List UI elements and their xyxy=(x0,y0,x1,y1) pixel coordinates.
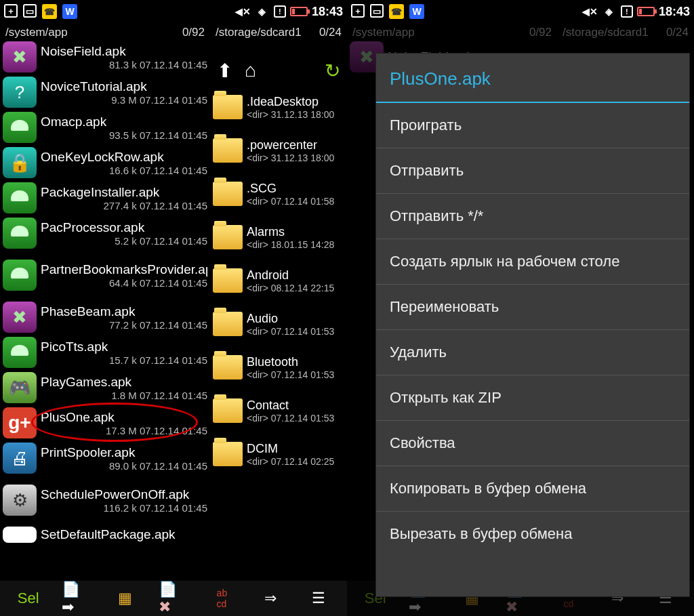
file-meta: 93.5 k 07.12.14 01:45 xyxy=(41,129,207,141)
status-picture-icon: ▭ xyxy=(23,4,37,18)
folder-name: Audio xyxy=(247,312,344,326)
status-plus-icon: + xyxy=(351,4,365,18)
refresh-icon[interactable]: ↻ xyxy=(325,60,340,82)
status-warning-icon: ! xyxy=(621,5,633,18)
pane-storage: /storage/sdcard1 0/24 ⬆ ⌂ ↻ .IdeaDesktop… xyxy=(210,23,347,581)
file-row[interactable]: ✖PhaseBeam.apk77.2 k 07.12.14 01:45 xyxy=(0,300,210,335)
folder-row[interactable]: DCIM<dir> 07.12.14 02:25 xyxy=(210,432,347,476)
file-meta: 81.3 k 07.12.14 01:45 xyxy=(41,59,207,70)
file-name: NoiseField.apk xyxy=(41,44,207,59)
mute-icon: ◀✕ xyxy=(236,4,251,19)
file-row[interactable]: PacProcessor.apk5.2 k 07.12.14 01:45 xyxy=(0,215,210,251)
file-row[interactable]: 🎮PlayGames.apk1.8 M 07.12.14 01:45 xyxy=(0,370,210,405)
tb-rename-icon[interactable]: abcd xyxy=(207,585,237,612)
menu-item-delete[interactable]: Удалить xyxy=(376,330,689,375)
count-label: 0/24 xyxy=(666,26,689,56)
folder-row[interactable]: Android<dir> 08.12.14 22:15 xyxy=(210,259,347,302)
path-label: /storage/sdcard1 xyxy=(563,26,649,56)
home-icon[interactable]: ⌂ xyxy=(245,60,256,81)
menu-item-send[interactable]: Отправить xyxy=(376,148,689,194)
folder-row[interactable]: .IdeaDesktop<dir> 31.12.13 18:00 xyxy=(210,85,347,129)
folder-row[interactable]: Audio<dir> 07.12.14 01:53 xyxy=(210,302,347,346)
tb-menu-icon[interactable]: ☰ xyxy=(304,585,333,612)
file-row[interactable]: 🖨PrintSpooler.apk89.0 k 07.12.14 01:45 xyxy=(0,440,210,476)
file-row[interactable]: ✖NoiseField.apk81.3 k 07.12.14 01:45 xyxy=(0,39,210,75)
file-name: PrintSpooler.apk xyxy=(41,445,207,460)
tb-sort-icon[interactable]: ▦ xyxy=(110,585,140,612)
calendar-icon xyxy=(3,527,37,543)
file-name: PacProcessor.apk xyxy=(41,220,207,235)
file-row[interactable]: SetDefaultPackage.apk xyxy=(0,525,210,545)
wifi-icon: ◈ xyxy=(602,4,617,19)
menu-item-play[interactable]: Проиграть xyxy=(376,103,689,148)
file-row[interactable]: Omacp.apk93.5 k 07.12.14 01:45 xyxy=(0,110,210,145)
folder-meta: <dir> 31.12.13 18:00 xyxy=(247,152,344,163)
file-row[interactable]: ⚙SchedulePowerOnOff.apk116.2 k 07.12.14 … xyxy=(0,476,210,525)
menu-item-properties[interactable]: Свойства xyxy=(376,421,689,466)
android-icon xyxy=(3,218,37,249)
nav-row: ⬆ ⌂ ↻ xyxy=(210,56,347,85)
file-name: PartnerBookmarksProvider.apk xyxy=(41,262,207,277)
folder-meta: <dir> 07.12.14 01:53 xyxy=(247,326,344,337)
tb-select-icon[interactable]: Sel xyxy=(14,585,43,612)
battery-icon xyxy=(290,7,308,16)
count-right: 0/24 xyxy=(319,26,342,56)
tb-delete-icon[interactable]: 📄✖ xyxy=(159,585,188,612)
folder-name: DCIM xyxy=(247,442,344,456)
menu-item-send-as[interactable]: Отправить */* xyxy=(376,194,689,239)
app-icon: ✖ xyxy=(3,41,37,73)
count-label: 0/92 xyxy=(529,26,552,39)
up-arrow-icon[interactable]: ⬆ xyxy=(217,60,232,82)
folder-meta: <dir> 31.12.13 18:00 xyxy=(247,109,344,120)
tb-export-icon[interactable]: 📄➡ xyxy=(62,585,91,612)
app-icon: ✖ xyxy=(3,302,37,333)
folder-row[interactable]: Contact<dir> 07.12.14 01:53 xyxy=(210,389,347,432)
pathbar-right[interactable]: /storage/sdcard1 0/24 xyxy=(210,23,347,56)
folder-row[interactable]: Bluetooth<dir> 07.12.14 01:53 xyxy=(210,346,347,389)
clock: 18:43 xyxy=(659,5,690,19)
folder-icon xyxy=(213,137,243,164)
folder-row[interactable]: .SCG<dir> 07.12.14 01:58 xyxy=(210,172,347,215)
folder-row[interactable]: .powercenter<dir> 31.12.13 18:00 xyxy=(210,129,347,172)
file-list-left[interactable]: ✖NoiseField.apk81.3 k 07.12.14 01:45 ?No… xyxy=(0,39,210,581)
folder-icon xyxy=(213,180,243,207)
status-picture-icon: ▭ xyxy=(370,4,384,18)
path-right: /storage/sdcard1 xyxy=(216,26,302,56)
file-meta: 64.4 k 07.12.14 01:45 xyxy=(41,277,207,289)
folder-meta: <dir> 07.12.14 01:53 xyxy=(247,369,344,380)
pathbar-left[interactable]: /system/app 0/92 xyxy=(0,23,210,39)
file-row[interactable]: PartnerBookmarksProvider.apk64.4 k 07.12… xyxy=(0,251,210,300)
status-sim-icon: ☎ xyxy=(42,4,57,19)
folder-list-right[interactable]: .IdeaDesktop<dir> 31.12.13 18:00 .powerc… xyxy=(210,85,347,581)
folder-icon xyxy=(213,267,243,294)
file-row[interactable]: ?NoviceTutorial.apk9.3 M 07.12.14 01:45 xyxy=(0,75,210,110)
folder-name: Android xyxy=(247,268,344,283)
file-row-plusone[interactable]: g+PlusOne.apk17.3 M 07.12.14 01:45 xyxy=(0,405,210,440)
file-row[interactable]: PackageInstaller.apk277.4 k 07.12.14 01:… xyxy=(0,180,210,215)
android-icon xyxy=(3,182,37,213)
file-meta: 1.8 M 07.12.14 01:45 xyxy=(41,390,207,401)
menu-item-open-as-zip[interactable]: Открыть как ZIP xyxy=(376,375,689,421)
folder-name: .IdeaDesktop xyxy=(247,95,344,109)
count-left: 0/92 xyxy=(182,26,205,39)
file-meta: 17.3 M 07.12.14 01:45 xyxy=(41,425,207,436)
file-name: SetDefaultPackage.apk xyxy=(41,527,207,542)
context-menu: PlusOne.apk Проиграть Отправить Отправит… xyxy=(375,53,690,597)
gamepad-icon: 🎮 xyxy=(3,372,37,403)
status-plus-icon: + xyxy=(4,4,18,18)
pane-system-app: /system/app 0/92 ✖NoiseField.apk81.3 k 0… xyxy=(0,23,210,581)
menu-item-rename[interactable]: Переименовать xyxy=(376,285,689,330)
file-row[interactable]: PicoTts.apk15.7 k 07.12.14 01:45 xyxy=(0,335,210,370)
printer-icon: 🖨 xyxy=(3,443,37,474)
menu-item-create-shortcut[interactable]: Создать ярлык на рабочем столе xyxy=(376,239,689,285)
path-left: /system/app xyxy=(5,26,68,39)
menu-item-cut-clipboard[interactable]: Вырезать в буфер обмена xyxy=(376,512,689,556)
folder-row[interactable]: Alarms<dir> 18.01.15 14:28 xyxy=(210,215,347,259)
wifi-icon: ◈ xyxy=(255,4,270,19)
folder-meta: <dir> 07.12.14 01:58 xyxy=(247,196,344,207)
folder-name: Alarms xyxy=(247,225,344,239)
statusbar: + ▭ ☎ W ◀✕ ◈ ! 18:43 xyxy=(0,0,347,23)
tb-arrow-icon[interactable]: ⇒ xyxy=(256,585,285,612)
file-row[interactable]: 🔒OneKeyLockRow.apk16.6 k 07.12.14 01:45 xyxy=(0,145,210,180)
menu-item-copy-clipboard[interactable]: Копировать в буфер обмена xyxy=(376,466,689,512)
